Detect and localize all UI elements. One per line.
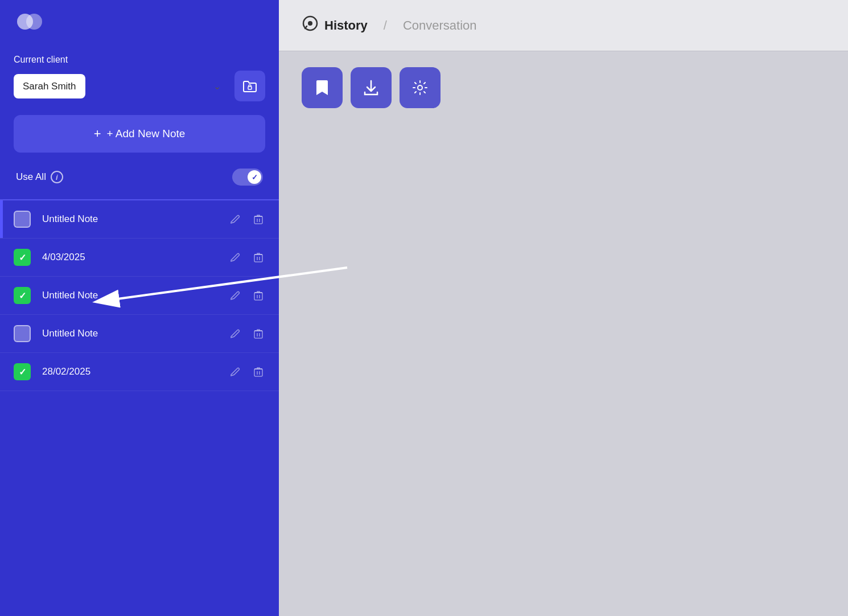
note-checkbox-3[interactable] xyxy=(14,287,31,304)
main-content: History / Conversation xyxy=(279,0,848,616)
conversation-tab[interactable]: Conversation xyxy=(403,18,477,33)
note-title-4: Untitled Note xyxy=(42,328,228,339)
client-row: Sarah Smith ⌄ xyxy=(14,71,265,101)
main-body xyxy=(279,124,848,616)
pencil-icon xyxy=(230,367,240,377)
folder-lock-icon xyxy=(242,79,257,93)
gear-icon xyxy=(412,80,428,96)
use-all-left: Use All i xyxy=(16,171,63,183)
trash-icon xyxy=(254,367,263,377)
svg-rect-8 xyxy=(254,254,262,262)
trash-icon xyxy=(254,214,263,224)
note-delete-button-5[interactable] xyxy=(252,364,265,379)
use-all-label: Use All xyxy=(16,171,46,183)
note-edit-button-3[interactable] xyxy=(228,288,242,303)
note-actions-5 xyxy=(228,364,265,379)
note-checkbox-1[interactable] xyxy=(14,211,31,228)
note-item: 28/02/2025 xyxy=(0,353,279,391)
note-delete-button-1[interactable] xyxy=(252,212,265,227)
svg-rect-17 xyxy=(254,369,262,376)
note-checkbox-2[interactable] xyxy=(14,249,31,266)
history-tab[interactable]: History xyxy=(302,15,368,36)
client-select-wrapper: Sarah Smith ⌄ xyxy=(14,74,229,98)
top-bar: History / Conversation xyxy=(279,0,848,51)
download-button[interactable] xyxy=(351,67,392,108)
note-checkbox-4[interactable] xyxy=(14,325,31,342)
note-delete-button-3[interactable] xyxy=(252,288,265,303)
note-accent xyxy=(0,200,3,238)
chat-history-icon xyxy=(302,15,319,36)
note-checkbox-5[interactable] xyxy=(14,363,31,380)
note-edit-button-5[interactable] xyxy=(228,364,242,379)
note-edit-button-4[interactable] xyxy=(228,326,242,341)
pencil-icon xyxy=(230,252,240,262)
add-new-note-button[interactable]: + + Add New Note xyxy=(14,115,265,153)
pencil-icon xyxy=(230,328,240,339)
note-actions-4 xyxy=(228,326,265,341)
sidebar: Current client Sarah Smith ⌄ + + Add New… xyxy=(0,0,279,616)
svg-rect-2 xyxy=(248,87,252,89)
note-actions-3 xyxy=(228,288,265,303)
logo-area xyxy=(14,11,265,32)
download-icon xyxy=(364,80,378,96)
note-delete-button-2[interactable] xyxy=(252,250,265,265)
notes-list: Untitled Note 4/0 xyxy=(0,199,279,605)
svg-rect-11 xyxy=(254,293,262,300)
pencil-icon xyxy=(230,214,240,224)
history-label: History xyxy=(324,18,368,33)
pencil-icon xyxy=(230,290,240,301)
svg-point-1 xyxy=(26,14,42,30)
note-item: Untitled Note xyxy=(0,199,279,239)
use-all-toggle[interactable]: ✓ xyxy=(232,169,263,186)
current-client-label: Current client xyxy=(14,55,265,65)
note-item: Untitled Note xyxy=(0,277,279,315)
svg-rect-5 xyxy=(254,216,262,224)
note-item: Untitled Note xyxy=(0,315,279,353)
bookmark-button[interactable] xyxy=(302,67,343,108)
note-actions-2 xyxy=(228,250,265,265)
folder-lock-button[interactable] xyxy=(234,71,265,101)
note-title-2: 4/03/2025 xyxy=(42,252,228,263)
plus-icon: + xyxy=(94,126,101,141)
note-item: 4/03/2025 xyxy=(0,239,279,277)
note-title-1: Untitled Note xyxy=(42,213,228,225)
svg-point-21 xyxy=(308,21,312,26)
bookmark-icon xyxy=(314,79,330,96)
add-note-label: + Add New Note xyxy=(107,128,186,140)
conversation-label: Conversation xyxy=(403,18,477,32)
svg-rect-14 xyxy=(254,331,262,338)
chevron-down-icon: ⌄ xyxy=(213,81,221,92)
trash-icon xyxy=(254,252,263,262)
tab-divider: / xyxy=(384,18,387,33)
note-edit-button-2[interactable] xyxy=(228,250,242,265)
client-select[interactable]: Sarah Smith xyxy=(14,74,85,98)
note-delete-button-4[interactable] xyxy=(252,326,265,341)
svg-point-22 xyxy=(418,85,422,90)
note-title-5: 28/02/2025 xyxy=(42,366,228,377)
trash-icon xyxy=(254,290,263,301)
logo-icon xyxy=(14,11,46,32)
toggle-knob: ✓ xyxy=(248,170,261,184)
toolbar xyxy=(279,51,848,124)
trash-icon xyxy=(254,328,263,339)
note-actions-1 xyxy=(228,212,265,227)
info-icon[interactable]: i xyxy=(51,171,63,183)
use-all-row: Use All i ✓ xyxy=(14,169,265,186)
note-title-3: Untitled Note xyxy=(42,290,228,301)
note-edit-button-1[interactable] xyxy=(228,212,242,227)
settings-button[interactable] xyxy=(400,67,441,108)
